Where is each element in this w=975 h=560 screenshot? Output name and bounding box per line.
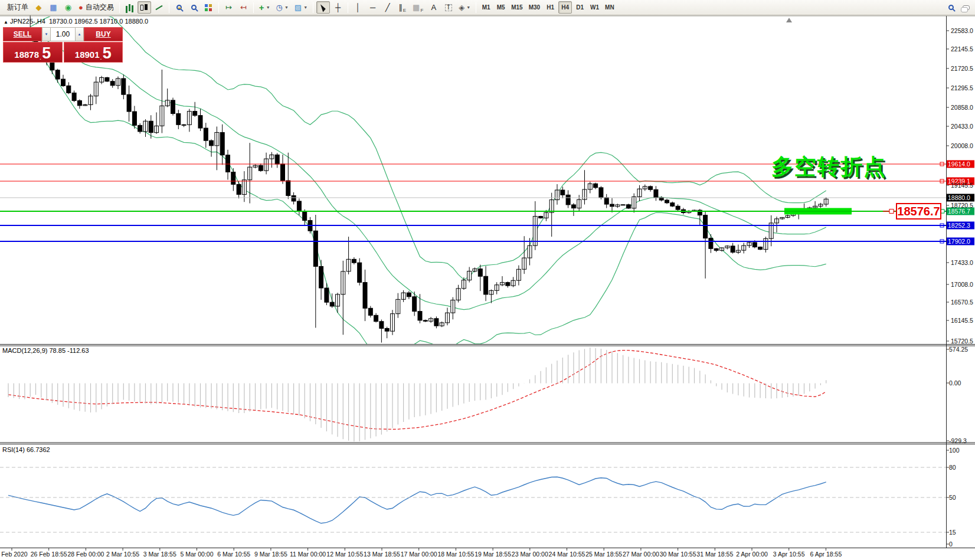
tile-windows-button[interactable]: [202, 1, 215, 14]
chart-shift-button[interactable]: ↤: [237, 1, 250, 14]
arrows-button[interactable]: ◈▼: [456, 1, 473, 14]
svg-text:2 Apr 00:00: 2 Apr 00:00: [736, 551, 768, 558]
svg-text:13 Mar 18:55: 13 Mar 18:55: [364, 551, 400, 558]
sell-price-frac: 5: [42, 46, 51, 61]
svg-text:16145.5: 16145.5: [951, 317, 973, 324]
bar-chart-button[interactable]: [123, 1, 136, 14]
horizontal-line-button[interactable]: ─: [366, 1, 379, 14]
rsi-pane: [8, 477, 826, 523]
sell-price[interactable]: 18878 . 5: [3, 42, 63, 63]
toolbar-separator: [253, 2, 254, 13]
line-chart-icon: [155, 5, 162, 10]
zoom-out-icon: [191, 5, 197, 10]
macd-indicator-label: MACD(12,26,9) 78.85 -112.63: [2, 347, 89, 354]
line-chart-button[interactable]: [152, 1, 166, 14]
arrows-icon: ◈: [459, 4, 464, 11]
text-button[interactable]: A: [427, 1, 440, 14]
search-button[interactable]: [944, 1, 958, 14]
buy-price[interactable]: 18901 . 5: [64, 42, 123, 63]
svg-text:15: 15: [949, 529, 956, 536]
chart-symbol-period: JPN225-,H4: [10, 18, 45, 25]
timeframe-m5-button[interactable]: M5: [494, 1, 508, 14]
toolbar-separator: [476, 2, 476, 13]
toolbar-separator: [348, 2, 348, 13]
periods-button[interactable]: ◷▼: [274, 1, 291, 14]
cursor-button[interactable]: [316, 1, 330, 14]
macd-pane: [8, 351, 826, 430]
timeframe-h1-button[interactable]: H1: [544, 1, 557, 14]
vertical-line-button[interactable]: │: [351, 1, 365, 14]
toolbar-separator: [313, 2, 313, 13]
timeframe-h4-button[interactable]: H4: [558, 1, 572, 14]
chart-canvas[interactable]: 19614.019239.118880.018576.718252.317902…: [0, 0, 975, 560]
templates-icon: ▨: [295, 4, 302, 11]
timeframe-m15-button[interactable]: M15: [509, 1, 525, 14]
timeframe-h4-button-label: H4: [561, 4, 569, 11]
svg-text:20858.0: 20858.0: [951, 104, 973, 111]
volume-decrease-button[interactable]: ▼: [42, 27, 51, 41]
profiles-button[interactable]: ▦: [47, 1, 60, 14]
rsi-indicator-label: RSI(14) 66.7362: [2, 446, 50, 453]
text-label-button[interactable]: T: [441, 1, 455, 14]
timeframe-mn-button[interactable]: MN: [603, 1, 617, 14]
equidistant-channel-button[interactable]: ∥E: [395, 1, 409, 14]
bar-chart-icon: [129, 4, 130, 11]
timeframe-w1-button[interactable]: W1: [588, 1, 601, 14]
volume-input[interactable]: [51, 27, 75, 41]
svg-text:30 Mar 10:55: 30 Mar 10:55: [660, 551, 696, 558]
auto-scroll-button[interactable]: ↦: [222, 1, 235, 14]
fibonacci-icon: ▦: [413, 4, 420, 11]
chart-shift-marker[interactable]: [786, 18, 792, 22]
toolbar-separator: [218, 2, 219, 13]
svg-text:22583.0: 22583.0: [951, 27, 973, 34]
chart-annotation-text[interactable]: 多空转折点: [771, 152, 886, 182]
charts-icon: ◆: [36, 4, 42, 11]
svg-text:26 Feb 18:55: 26 Feb 18:55: [31, 551, 67, 558]
zoom-out-button[interactable]: [187, 1, 201, 14]
crosshair-button[interactable]: ┼: [331, 1, 345, 14]
candlestick-chart-button[interactable]: [138, 1, 151, 14]
buy-button[interactable]: BUY: [84, 27, 123, 41]
trendline-button[interactable]: ╱: [381, 1, 394, 14]
svg-text:19614.0: 19614.0: [948, 161, 970, 168]
autotrading-button[interactable]: ●自动交易: [76, 1, 116, 14]
new-order-button[interactable]: 新订单: [2, 1, 31, 14]
candlestick-chart-icon: [140, 5, 143, 11]
key-level-price-label[interactable]: 18576.7: [896, 203, 941, 220]
candles-layer: [6, 29, 829, 331]
sell-price-dot: .: [40, 54, 41, 61]
timeframe-m30-button[interactable]: M30: [526, 1, 542, 14]
signals-button[interactable]: ◉: [61, 1, 75, 14]
zoom-in-button[interactable]: [172, 1, 186, 14]
timeframe-d1-button-label: D1: [576, 4, 584, 11]
fibonacci-button[interactable]: ▦F: [410, 1, 426, 14]
svg-text:17433.0: 17433.0: [951, 259, 973, 266]
zoom-in-icon: [176, 5, 182, 10]
price-axis[interactable]: 22583.022145.521720.521295.520858.020433…: [949, 27, 973, 548]
sell-button[interactable]: SELL: [3, 27, 42, 41]
time-axis[interactable]: 5 Feb 202026 Feb 18:5528 Feb 00:002 Mar …: [0, 551, 842, 558]
svg-text:17 Mar 00:00: 17 Mar 00:00: [401, 551, 437, 558]
volume-increase-button[interactable]: ▲: [75, 27, 84, 41]
dropdown-arrow-icon: ▼: [466, 5, 470, 9]
chat-button[interactable]: [959, 1, 973, 14]
svg-text:11 Mar 00:00: 11 Mar 00:00: [290, 551, 326, 558]
timeframe-m1-button-label: M1: [482, 4, 490, 11]
periods-icon: ◷: [276, 4, 283, 11]
text-icon: A: [431, 4, 436, 11]
crosshair-icon: ┼: [335, 4, 341, 11]
timeframe-m1-button[interactable]: M1: [479, 1, 493, 14]
templates-button[interactable]: ▨▼: [292, 1, 310, 14]
vertical-line-icon: │: [356, 4, 361, 11]
svg-text:18720.5: 18720.5: [951, 202, 973, 209]
search-icon: [948, 5, 954, 10]
signals-icon: ◉: [65, 4, 71, 11]
svg-text:0: 0: [949, 541, 953, 548]
autotrading-button-label: 自动交易: [86, 2, 114, 12]
indicators-button[interactable]: +▼: [257, 1, 273, 14]
timeframe-d1-button[interactable]: D1: [573, 1, 587, 14]
chart-title: ▲JPN225-,H4 18730.0 18962.5 18710.0 1888…: [4, 18, 148, 25]
equidistant-channel-icon: ∥: [398, 4, 403, 11]
charts-button[interactable]: ◆: [32, 1, 45, 14]
bollinger-bands: [30, 8, 826, 362]
